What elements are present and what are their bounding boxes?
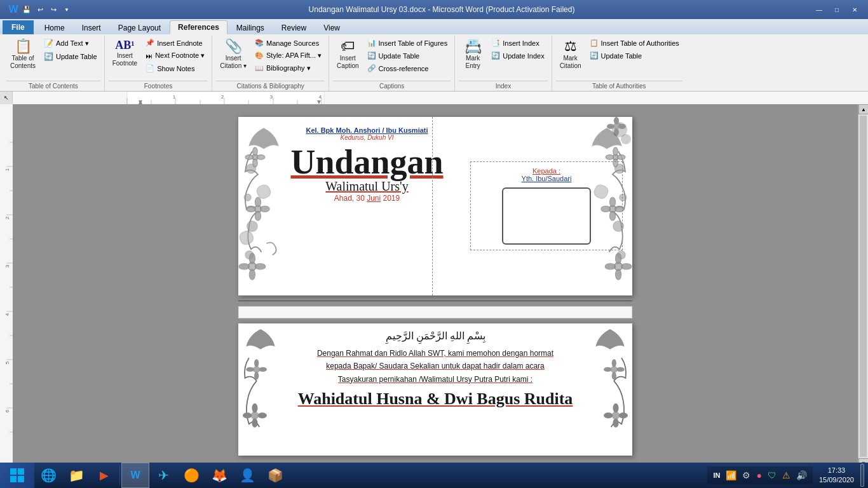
- footnotes-buttons: AB¹ InsertFootnote 📌 Insert Endnote ⏭ Ne…: [109, 37, 208, 81]
- tab-file[interactable]: File: [3, 20, 34, 34]
- toc-buttons: 📋 Table ofContents 📝 Add Text ▾ 🔄 Update…: [6, 37, 100, 81]
- taskbar-package[interactable]: 📦: [261, 463, 289, 488]
- svg-point-105: [613, 418, 619, 427]
- page1-inner: Kel. Bpk Moh. Anshori / Ibu Kusmiati Ked…: [238, 117, 632, 295]
- bibliography-icon: 📖: [255, 64, 264, 72]
- update-table-toc-button[interactable]: 🔄 Update Table: [41, 50, 100, 63]
- svg-point-102: [612, 411, 620, 419]
- show-notes-button[interactable]: 📄 Show Notes: [142, 62, 208, 74]
- warning-icon[interactable]: ⚠: [780, 468, 792, 482]
- taskbar-user[interactable]: 👤: [233, 463, 261, 488]
- antivirus-icon[interactable]: 🛡: [766, 468, 778, 482]
- svg-point-99: [616, 367, 625, 372]
- svg-rect-107: [10, 468, 17, 475]
- authorities-col: 📋 Insert Table of Authorities 🔄 Update T…: [587, 37, 682, 62]
- save-btn[interactable]: 💾: [21, 4, 32, 15]
- svg-text:6: 6: [4, 409, 10, 412]
- address-to-label: Kepada :: [476, 167, 617, 175]
- toc-icon: 📋: [15, 39, 32, 53]
- network-icon[interactable]: 📶: [724, 468, 738, 482]
- tab-page-layout[interactable]: Page Layout: [110, 20, 169, 34]
- insert-table-of-authorities-button[interactable]: 📋 Insert Table of Authorities: [587, 37, 682, 49]
- svg-text:2: 2: [221, 94, 224, 100]
- update-index-button[interactable]: 🔄 Update Index: [488, 50, 547, 62]
- show-desktop-button[interactable]: [860, 464, 864, 487]
- mark-citation-button[interactable]: ⚖ MarkCitation: [556, 37, 585, 72]
- vertical-scrollbar[interactable]: ▲ ▼: [858, 104, 868, 468]
- tab-mailings[interactable]: Mailings: [228, 20, 273, 34]
- svg-rect-1: [127, 92, 324, 104]
- redo-btn[interactable]: ↪: [48, 4, 59, 15]
- svg-point-40: [244, 194, 251, 201]
- stamp-box: [502, 187, 591, 245]
- manage-sources-button[interactable]: 📚 Manage Sources: [252, 37, 325, 49]
- scroll-thumb[interactable]: [860, 116, 867, 457]
- insert-caption-button[interactable]: 🏷 InsertCaption: [333, 37, 362, 72]
- invitation-title: Undangan: [290, 145, 443, 179]
- system-time[interactable]: 17:33 15/09/2020: [814, 466, 859, 485]
- update-toa-icon: 🔄: [590, 51, 599, 60]
- tab-insert[interactable]: Insert: [74, 20, 109, 34]
- update-table-captions-button[interactable]: 🔄 Update Table: [364, 50, 451, 62]
- insert-table-of-figures-button[interactable]: 📊 Insert Table of Figures: [364, 37, 451, 49]
- taskbar-word[interactable]: W: [121, 463, 149, 488]
- svg-point-106: [604, 412, 613, 418]
- page-gap: [238, 306, 632, 318]
- insert-index-button[interactable]: 📑 Insert Index: [488, 37, 547, 49]
- next-footnote-button[interactable]: ⏭ Next Footnote ▾: [142, 50, 208, 62]
- taskbar-right: IN 📶 ⚙ ● 🛡 ⚠ 🔊 17:33 15/09/2020: [707, 464, 868, 487]
- group-table-of-contents: 📋 Table ofContents 📝 Add Text ▾ 🔄 Update…: [3, 36, 105, 91]
- taskbar-ie[interactable]: 🌐: [34, 463, 62, 488]
- tab-view[interactable]: View: [315, 20, 348, 34]
- taskbar-firefox[interactable]: 🦊: [205, 463, 233, 488]
- undo-btn[interactable]: ↩: [34, 4, 46, 15]
- insert-footnote-button[interactable]: AB¹ InsertFootnote: [109, 37, 141, 70]
- settings-icon[interactable]: ⚙: [740, 468, 752, 482]
- body-line1: Dengan Rahmat dan Ridlo Allah SWT, kami …: [286, 347, 585, 360]
- svg-text:4: 4: [4, 313, 10, 316]
- svg-text:1: 1: [173, 94, 176, 100]
- insert-endnote-button[interactable]: 📌 Insert Endnote: [142, 37, 208, 49]
- close-button[interactable]: ✕: [846, 4, 863, 15]
- style-button[interactable]: 🎨 Style: APA Fift... ▾: [252, 50, 325, 62]
- footnotes-col: 📌 Insert Endnote ⏭ Next Footnote ▾ 📄 Sho…: [142, 37, 208, 74]
- ruler-bar: ↖ 1 2 3 4: [0, 92, 868, 104]
- update-table-toc-icon: 🔄: [44, 52, 53, 61]
- update-table-authorities-button[interactable]: 🔄 Update Table: [587, 50, 682, 62]
- svg-point-47: [245, 155, 254, 159]
- taskbar-media[interactable]: ▶: [90, 463, 118, 488]
- ruler-corner[interactable]: ↖: [0, 92, 13, 104]
- add-text-button[interactable]: 📝 Add Text ▾: [41, 37, 100, 50]
- table-of-contents-button[interactable]: 📋 Table ofContents: [6, 37, 39, 72]
- index-col: 📑 Insert Index 🔄 Update Index: [488, 37, 547, 62]
- invitation-date: Ahad, 30 Juni 2019: [334, 194, 400, 203]
- start-button[interactable]: [0, 463, 34, 488]
- group-index: 📇 MarkEntry 📑 Insert Index 🔄 Update Inde…: [455, 36, 552, 91]
- group-citations: 📎 InsertCitation ▾ 📚 Manage Sources 🎨 St…: [212, 36, 329, 91]
- tab-home[interactable]: Home: [36, 20, 73, 34]
- chrome-tray-icon[interactable]: ●: [754, 468, 763, 482]
- ribbon-content: 📋 Table ofContents 📝 Add Text ▾ 🔄 Update…: [0, 34, 868, 92]
- svg-point-87: [254, 359, 259, 367]
- tab-references[interactable]: References: [170, 20, 227, 34]
- taskbar-explorer[interactable]: 📁: [62, 463, 90, 488]
- mark-entry-button[interactable]: 📇 MarkEntry: [459, 37, 487, 72]
- main-area: 1 2 3 4 5 6: [0, 104, 868, 468]
- insert-endnote-icon: 📌: [146, 39, 154, 47]
- bibliography-button[interactable]: 📖 Bibliography ▾: [252, 62, 325, 74]
- cross-reference-button[interactable]: 🔗 Cross-reference: [364, 62, 451, 74]
- insert-citation-button[interactable]: 📎 InsertCitation ▾: [216, 37, 250, 72]
- volume-icon[interactable]: 🔊: [794, 468, 809, 482]
- ribbon-tabs: File Home Insert Page Layout References …: [0, 19, 868, 34]
- taskbar-telegram[interactable]: ✈: [149, 463, 177, 488]
- customize-btn[interactable]: ▼: [61, 4, 72, 15]
- document-page-2: بِسْمِ اللهِ الرَّحْمَنِ الرَّحِيمِ Deng…: [238, 323, 632, 456]
- svg-text:2: 2: [4, 216, 10, 219]
- minimize-button[interactable]: —: [811, 4, 827, 15]
- tab-review[interactable]: Review: [273, 20, 315, 34]
- maximize-button[interactable]: □: [829, 4, 845, 15]
- svg-point-79: [621, 134, 631, 144]
- taskbar-chrome[interactable]: 🟠: [177, 463, 205, 488]
- page2-floral-left: [238, 323, 283, 456]
- scroll-up-button[interactable]: ▲: [858, 104, 868, 114]
